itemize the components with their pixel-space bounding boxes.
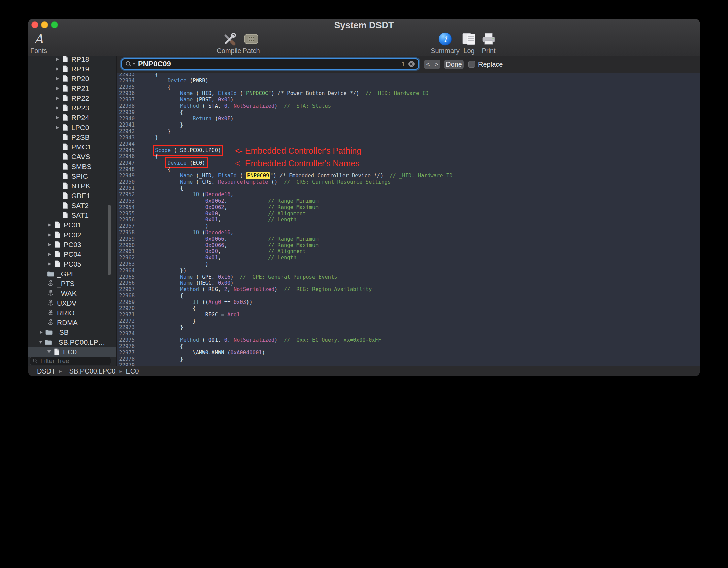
info-icon: i — [438, 31, 452, 47]
tree-item[interactable]: _PTS — [28, 279, 116, 288]
disclosure-right-icon[interactable] — [54, 126, 61, 129]
tree-item[interactable]: PC05 — [28, 259, 116, 269]
code-text: 0x0062, // Range Maximum — [139, 204, 319, 211]
tree-item[interactable]: CAVS — [28, 152, 116, 162]
disclosure-right-icon[interactable] — [54, 97, 61, 100]
tree-item-label: PC03 — [64, 241, 81, 249]
code-line: 22954 0x0062, // Range Maximum — [117, 204, 700, 211]
tree-item[interactable]: _SB — [28, 327, 116, 337]
tree-item[interactable]: PC04 — [28, 249, 116, 259]
tree-item-label: P2SB — [71, 133, 90, 141]
tree-item[interactable]: SMBS — [28, 162, 116, 171]
print-label: Print — [482, 47, 495, 55]
tree-item[interactable]: SPIC — [28, 171, 116, 181]
code-line: 22972 } — [117, 318, 700, 324]
tree-item[interactable]: RP19 — [28, 64, 116, 74]
tree-item[interactable]: RP23 — [28, 103, 116, 113]
code-text: 0x00, // Alignment — [139, 211, 306, 217]
tree-item-label: PC05 — [64, 260, 81, 268]
patch-button[interactable]: Patch — [236, 31, 266, 55]
search-field[interactable]: 1 — [121, 58, 419, 70]
doc-icon — [61, 114, 69, 121]
disclosure-right-icon[interactable] — [46, 233, 53, 237]
disclosure-right-icon[interactable] — [54, 106, 61, 110]
disclosure-right-icon[interactable] — [54, 87, 61, 90]
tree-item[interactable]: RP22 — [28, 93, 116, 103]
disclosure-right-icon[interactable] — [54, 67, 61, 71]
breadcrumb-item[interactable]: _SB.PC00.LPC0 — [65, 367, 115, 375]
tree-item[interactable]: PC03 — [28, 240, 116, 249]
breadcrumb-separator-icon: ▸ — [119, 368, 122, 375]
clear-search-icon[interactable] — [408, 61, 415, 67]
tree-item[interactable]: RDMA — [28, 318, 116, 327]
replace-checkbox[interactable] — [468, 61, 475, 68]
tree-item[interactable]: PC02 — [28, 230, 116, 240]
tree-item[interactable]: PC01 — [28, 220, 116, 230]
tree-item[interactable]: EC0 — [28, 347, 116, 357]
disclosure-right-icon[interactable] — [54, 116, 61, 119]
disclosure-right-icon[interactable] — [38, 331, 44, 334]
tree-item[interactable]: RRIO — [28, 308, 116, 318]
disclosure-right-icon[interactable] — [46, 253, 53, 256]
zoom-button[interactable] — [51, 21, 58, 28]
tree-item[interactable]: RP24 — [28, 113, 116, 122]
tree-item[interactable]: SAT1 — [28, 210, 116, 220]
tree-item-label: SMBS — [71, 163, 92, 171]
print-button[interactable]: Print — [473, 31, 504, 55]
find-previous-button[interactable]: < — [424, 60, 432, 69]
line-number: 22940 — [117, 116, 139, 122]
code-line: 22939 { — [117, 109, 700, 116]
code-line: 22945 Scope (_SB.PC00.LPC0)<- Embedded C… — [117, 147, 700, 154]
code-line: 22963 ) — [117, 261, 700, 268]
breadcrumb-item[interactable]: DSDT — [37, 367, 55, 375]
sidebar-scrollbar[interactable] — [108, 205, 111, 275]
tree-item[interactable]: P2SB — [28, 132, 116, 142]
line-number: 22961 — [117, 248, 139, 255]
code-text: REGC = Arg1 — [139, 312, 240, 318]
disclosure-down-icon[interactable] — [46, 350, 52, 353]
code-lines: 22933 {22934 Device (PWRB)22935 {22936 N… — [117, 73, 700, 366]
done-button[interactable]: Done — [444, 60, 464, 69]
tree-item[interactable]: UXDV — [28, 298, 116, 308]
code-editor[interactable]: 22933 {22934 Device (PWRB)22935 {22936 N… — [117, 73, 700, 366]
disclosure-right-icon[interactable] — [46, 243, 53, 246]
find-next-button[interactable]: > — [432, 60, 440, 69]
tree-item[interactable]: PMC1 — [28, 142, 116, 152]
tree-item[interactable]: _WAK — [28, 288, 116, 298]
tree-item[interactable]: SAT2 — [28, 201, 116, 210]
close-button[interactable] — [31, 21, 38, 28]
fonts-button[interactable]: A Fonts — [28, 31, 54, 55]
search-input[interactable] — [135, 60, 401, 68]
search-icon[interactable] — [125, 61, 132, 67]
tree-item[interactable]: GBE1 — [28, 191, 116, 201]
disclosure-right-icon[interactable] — [54, 77, 61, 80]
line-number: 22941 — [117, 122, 139, 128]
annotation-box: Scope (_SB.PC00.LPC0) — [155, 147, 221, 153]
tree-item-label: SPIC — [71, 172, 88, 180]
tree-item[interactable]: _SB.PC00.LP… — [28, 337, 116, 347]
doc-icon — [61, 173, 69, 180]
tree-item[interactable]: RP20 — [28, 74, 116, 83]
method-icon — [46, 319, 55, 326]
tree-item-label: _GPE — [57, 270, 76, 278]
code-line: 22944 — [117, 141, 700, 147]
disclosure-right-icon[interactable] — [46, 262, 53, 266]
tree-item[interactable]: NTPK — [28, 181, 116, 191]
filter-tree-input[interactable] — [40, 357, 108, 365]
minimize-button[interactable] — [41, 21, 48, 28]
disclosure-right-icon[interactable] — [54, 58, 61, 61]
tree-item[interactable]: RP18 — [28, 56, 116, 64]
breadcrumb-item[interactable]: EC0 — [126, 367, 139, 375]
tree-item[interactable]: _GPE — [28, 269, 116, 279]
tree-item[interactable]: LPC0 — [28, 122, 116, 132]
doc-icon — [61, 134, 69, 141]
disclosure-down-icon[interactable] — [37, 341, 44, 344]
tree-item[interactable]: RP21 — [28, 83, 116, 93]
tree-item-label: RP18 — [71, 56, 89, 63]
disclosure-right-icon[interactable] — [46, 223, 53, 227]
toolbar: A Fonts Compile — [28, 31, 700, 56]
code-line: 22968 { — [117, 293, 700, 299]
code-line: 22976 { — [117, 343, 700, 350]
search-options-chevron-icon[interactable] — [133, 63, 135, 65]
code-line: 22974 — [117, 331, 700, 337]
